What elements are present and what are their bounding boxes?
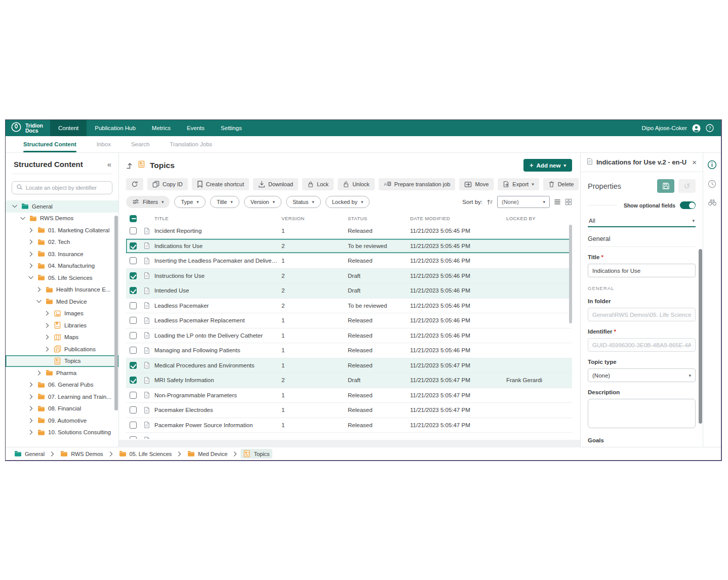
lock-button[interactable]: Lock bbox=[302, 178, 334, 190]
chevron-down-icon[interactable] bbox=[36, 300, 42, 303]
table-row-instructions-for-use[interactable]: Instructions for Use2Draft11/21/2023 5:0… bbox=[126, 269, 572, 284]
table-row-leadless-pacemaker-replacement[interactable]: Leadless Pacemaker Replacement1Released1… bbox=[126, 313, 572, 328]
tree-item-images[interactable]: Images bbox=[6, 308, 118, 320]
table-row-inserting-the-leadless-pacemaker-and-delivery-catheter[interactable]: Inserting the Leadless Pacemaker and Del… bbox=[126, 254, 572, 269]
topnav-item-settings[interactable]: Settings bbox=[213, 120, 250, 136]
filters-button[interactable]: Filters ▾ bbox=[126, 196, 170, 208]
tree-item-general[interactable]: General bbox=[6, 200, 118, 213]
chevron-right-icon[interactable] bbox=[44, 347, 50, 352]
filter-pill-locked-by[interactable]: Locked by▾ bbox=[326, 196, 370, 208]
up-level-icon[interactable] bbox=[126, 162, 133, 169]
chevron-right-icon[interactable] bbox=[44, 311, 50, 316]
chevron-right-icon[interactable] bbox=[36, 370, 42, 376]
description-field[interactable] bbox=[588, 399, 696, 428]
chevron-right-icon[interactable] bbox=[28, 394, 34, 399]
tree-item-01-marketing-collateral[interactable]: 01. Marketing Collateral bbox=[6, 224, 118, 236]
tree-item-publications[interactable]: Publications bbox=[6, 343, 118, 355]
select-all-checkbox[interactable] bbox=[130, 215, 137, 222]
table-scrollbar[interactable] bbox=[569, 225, 572, 323]
export-button[interactable]: Export▾ bbox=[498, 178, 539, 190]
row-checkbox[interactable] bbox=[130, 227, 137, 234]
chevron-down-icon[interactable] bbox=[12, 204, 18, 208]
show-optional-toggle[interactable] bbox=[680, 201, 696, 209]
topic-type-select[interactable]: (None) ▾ bbox=[588, 368, 696, 382]
search-input[interactable] bbox=[26, 185, 108, 191]
tree-item-04-manufacturing[interactable]: 04. Manufacturing bbox=[6, 260, 118, 272]
table-row-intended-use[interactable]: Intended Use2Draft11/21/2023 5:05:46 PM bbox=[126, 283, 572, 299]
table-row-non-programmable-parameters[interactable]: Non-Programmable Parameters1Released11/2… bbox=[126, 388, 572, 403]
topnav-item-events[interactable]: Events bbox=[179, 120, 213, 136]
breadcrumb-item-med-device[interactable]: Med Device bbox=[185, 449, 230, 458]
panel-scrollbar[interactable] bbox=[699, 249, 702, 424]
chevron-right-icon[interactable] bbox=[28, 406, 34, 411]
tree-item-03-insurance[interactable]: 03. Insurance bbox=[6, 248, 118, 260]
close-icon[interactable]: × bbox=[692, 158, 697, 166]
tree-item-07-learning-and-train[interactable]: 07. Learning and Train... bbox=[6, 391, 118, 403]
row-checkbox[interactable] bbox=[130, 422, 137, 429]
topnav-item-metrics[interactable]: Metrics bbox=[144, 120, 179, 136]
chevron-down-icon[interactable] bbox=[20, 217, 26, 220]
list-view-icon[interactable] bbox=[554, 199, 561, 205]
topnav-item-publication-hub[interactable]: Publication Hub bbox=[87, 120, 144, 136]
row-checkbox[interactable] bbox=[130, 302, 137, 309]
subnav-item-structured-content[interactable]: Structured Content bbox=[23, 136, 76, 152]
grid-view-icon[interactable] bbox=[565, 198, 572, 205]
copy-id-button[interactable]: Copy ID bbox=[147, 178, 188, 190]
chevron-right-icon[interactable] bbox=[28, 239, 34, 244]
chevron-right-icon[interactable] bbox=[28, 252, 34, 257]
create-shortcut-button[interactable]: Create shortcut bbox=[192, 178, 249, 190]
table-row-pacemaker-electrodes[interactable]: Pacemaker Electrodes1Released11/21/2023 … bbox=[126, 403, 572, 418]
tree-item-10-solutions-consulting[interactable]: 10. Solutions Consulting bbox=[6, 427, 118, 439]
refresh-button[interactable] bbox=[126, 178, 143, 190]
chevron-right-icon[interactable] bbox=[36, 287, 42, 292]
filter-pill-type[interactable]: Type▾ bbox=[174, 196, 205, 208]
tree-item-05-life-sciences[interactable]: 05. Life Sciences bbox=[6, 272, 118, 284]
chevron-down-icon[interactable] bbox=[28, 276, 34, 279]
breadcrumb-item-general[interactable]: General bbox=[12, 449, 47, 458]
row-checkbox[interactable] bbox=[130, 242, 137, 250]
filter-pill-status[interactable]: Status▾ bbox=[286, 196, 321, 208]
sidebar-scrollbar[interactable] bbox=[114, 216, 118, 410]
field-filter-select[interactable]: All ▾ bbox=[588, 215, 696, 227]
sort-select[interactable]: (None) ▾ bbox=[497, 196, 550, 208]
chevron-right-icon[interactable] bbox=[28, 430, 34, 435]
breadcrumb-item-topics[interactable]: Topics bbox=[240, 449, 272, 459]
chevron-right-icon[interactable] bbox=[44, 323, 50, 328]
table-row-mri-safety-information[interactable]: MRI Safety Information2Draft11/21/2023 5… bbox=[126, 373, 572, 388]
history-icon[interactable] bbox=[708, 180, 716, 188]
tree-item-rws-demos[interactable]: RWS Demos bbox=[6, 213, 118, 225]
tree-item-06-general-pubs[interactable]: 06. General Pubs bbox=[6, 379, 118, 391]
tree-item-topics[interactable]: Topics bbox=[6, 355, 118, 367]
tree-item-09-automotive[interactable]: 09. Automotive bbox=[6, 415, 118, 427]
chevron-right-icon[interactable] bbox=[28, 263, 34, 268]
row-checkbox[interactable] bbox=[130, 332, 137, 339]
unlock-button[interactable]: Unlock bbox=[338, 178, 375, 190]
filter-pill-version[interactable]: Version▾ bbox=[244, 196, 281, 208]
help-icon[interactable]: ? bbox=[706, 124, 714, 132]
table-row-incident-reporting[interactable]: Incident Reporting1Released11/21/2023 5:… bbox=[126, 224, 572, 239]
undo-button[interactable]: ↺ bbox=[678, 179, 696, 193]
row-checkbox[interactable] bbox=[130, 377, 137, 384]
breadcrumb-item-05-life-sciences[interactable]: 05. Life Sciences bbox=[116, 449, 175, 458]
row-checkbox[interactable] bbox=[130, 406, 137, 413]
preview-icon[interactable] bbox=[708, 198, 717, 206]
tree-item-libraries[interactable]: Libraries bbox=[6, 319, 118, 332]
tree-item-pharma[interactable]: Pharma bbox=[6, 367, 118, 379]
tree-item-08-financial[interactable]: 08. Financial bbox=[6, 403, 118, 415]
row-checkbox[interactable] bbox=[130, 362, 137, 369]
table-row-managing-and-following-patients[interactable]: Managing and Following Patients1Released… bbox=[126, 343, 572, 358]
tree-item-maps[interactable]: Maps bbox=[6, 332, 118, 344]
move-button[interactable]: Move bbox=[459, 178, 494, 190]
collapse-sidebar-icon[interactable]: « bbox=[107, 160, 111, 169]
user-avatar[interactable] bbox=[692, 124, 701, 133]
table-row-indications-for-use[interactable]: Indications for Use2To be reviewed11/21/… bbox=[126, 239, 572, 254]
topnav-item-content[interactable]: Content bbox=[50, 120, 87, 136]
download-button[interactable]: Download bbox=[253, 178, 298, 190]
row-checkbox[interactable] bbox=[130, 272, 137, 279]
chevron-right-icon[interactable] bbox=[28, 418, 34, 423]
table-row-leadless-pacemaker[interactable]: Leadless Pacemaker2To be reviewed11/21/2… bbox=[126, 299, 572, 314]
row-checkbox[interactable] bbox=[130, 287, 137, 294]
prepare-translation-job-button[interactable]: APrepare translation job bbox=[379, 178, 456, 190]
chevron-right-icon[interactable] bbox=[44, 335, 50, 340]
row-checkbox[interactable] bbox=[130, 347, 137, 354]
